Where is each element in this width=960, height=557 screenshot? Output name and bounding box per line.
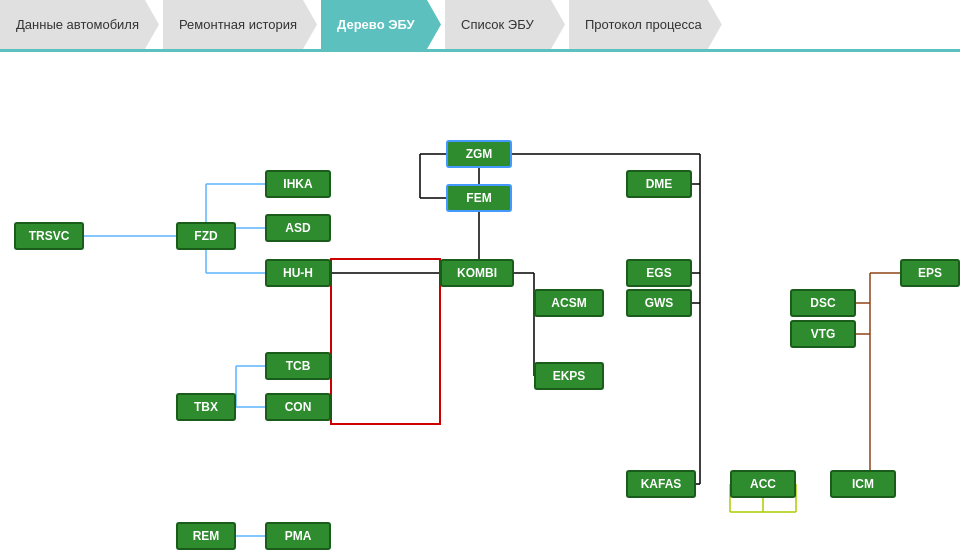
- ecu-eps[interactable]: EPS: [900, 259, 960, 287]
- ecu-asd[interactable]: ASD: [265, 214, 331, 242]
- tab-repair-history[interactable]: Ремонтная история: [163, 0, 317, 49]
- tab-car-data[interactable]: Данные автомобиля: [0, 0, 159, 49]
- nav-bar: Данные автомобиля Ремонтная история Дере…: [0, 0, 960, 52]
- ecu-kafas[interactable]: KAFAS: [626, 470, 696, 498]
- ecu-gws[interactable]: GWS: [626, 289, 692, 317]
- ecu-dsc[interactable]: DSC: [790, 289, 856, 317]
- ecu-hu-h[interactable]: HU-H: [265, 259, 331, 287]
- tab-ecu-list[interactable]: Список ЭБУ: [445, 0, 565, 49]
- ecu-kombi[interactable]: KOMBI: [440, 259, 514, 287]
- ecu-zgm[interactable]: ZGM: [446, 140, 512, 168]
- tab-protocol[interactable]: Протокол процесса: [569, 0, 722, 49]
- ecu-con[interactable]: CON: [265, 393, 331, 421]
- ecu-pma[interactable]: PMA: [265, 522, 331, 550]
- ecu-fzd[interactable]: FZD: [176, 222, 236, 250]
- ecu-acsm[interactable]: ACSM: [534, 289, 604, 317]
- ecu-vtg[interactable]: VTG: [790, 320, 856, 348]
- ecu-ekps[interactable]: EKPS: [534, 362, 604, 390]
- ecu-tcb[interactable]: TCB: [265, 352, 331, 380]
- ecu-trsvc[interactable]: TRSVC: [14, 222, 84, 250]
- diagram-area: TRSVCFZDIHKAASDHU-HTCBTBXCONREMPMAZGMFEM…: [0, 52, 960, 557]
- ecu-fem[interactable]: FEM: [446, 184, 512, 212]
- ecu-icm[interactable]: ICM: [830, 470, 896, 498]
- ecu-egs[interactable]: EGS: [626, 259, 692, 287]
- ecu-acc[interactable]: ACC: [730, 470, 796, 498]
- ecu-rem[interactable]: REM: [176, 522, 236, 550]
- ecu-ihka[interactable]: IHKA: [265, 170, 331, 198]
- tab-ecu-tree[interactable]: Дерево ЭБУ: [321, 0, 441, 49]
- ecu-dme[interactable]: DME: [626, 170, 692, 198]
- svg-rect-22: [331, 259, 440, 424]
- ecu-tbx[interactable]: TBX: [176, 393, 236, 421]
